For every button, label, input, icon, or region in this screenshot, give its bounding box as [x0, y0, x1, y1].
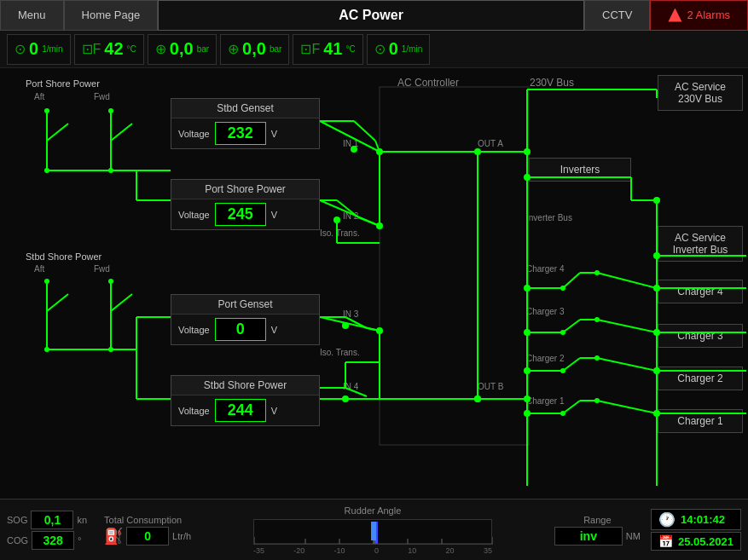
svg-line-32: [597, 320, 657, 332]
svg-point-31: [594, 317, 600, 322]
time-container: 🕐 14:01:42 📅 25.05.2021: [651, 509, 741, 551]
time-value: 14:01:42: [681, 513, 725, 526]
consumption-unit: Ltr/h: [172, 531, 191, 541]
svg-point-95: [108, 168, 113, 173]
menu-button[interactable]: Menu: [0, 0, 64, 31]
svg-line-59: [354, 121, 375, 141]
calendar-icon: 📅: [658, 534, 673, 548]
svg-point-80: [342, 395, 349, 402]
pressure-left: ⊕ 0,0 bar: [148, 34, 217, 65]
svg-point-30: [560, 330, 565, 335]
sog-cog-container: SOG 0,1 kn COG 328 °: [7, 511, 87, 550]
consumption-row: ⛽ 0 Ltr/h: [104, 527, 191, 546]
temp-left-icon: ⊡F: [82, 41, 101, 57]
stbd-shore-title: Stbd Shore Power: [171, 376, 319, 395]
svg-point-14: [653, 197, 660, 204]
pressure-right-unit: bar: [270, 44, 281, 54]
svg-point-90: [44, 108, 49, 113]
svg-point-71: [376, 327, 383, 334]
pressure-right-value: 0,0: [242, 39, 266, 59]
consumption-label: Total Consumption: [104, 515, 191, 525]
svg-point-45: [524, 410, 531, 417]
svg-point-40: [594, 355, 600, 361]
rudder-scale: [253, 519, 492, 545]
stbd-shore-voltage-label: Voltage: [178, 406, 210, 416]
range-label: Range: [583, 515, 611, 525]
svg-line-70: [320, 317, 380, 331]
svg-point-39: [560, 368, 565, 373]
out-a-label: OUT A: [478, 139, 503, 148]
status-bar: ⊙ 0 1/min ⊡F 42 °C ⊕ 0,0 bar ⊕ 0,0 bar ⊡…: [0, 31, 748, 68]
range-container: Range inv NM: [554, 515, 641, 546]
svg-point-36: [524, 367, 531, 374]
in2-label: IN 2: [343, 211, 358, 221]
charger2-box[interactable]: Charger 2: [658, 367, 743, 390]
in1-label: IN 1: [343, 139, 358, 148]
out-b-label: OUT B: [478, 382, 503, 391]
svg-line-37: [563, 358, 580, 371]
rpm-left-value: 0: [29, 39, 38, 59]
ac-service-inverter-box[interactable]: AC ServiceInverter Bus: [658, 226, 743, 262]
ac-service-230v-box[interactable]: AC Service230V Bus: [658, 75, 743, 111]
stbd-shore-fwd-label: Fwd: [94, 264, 110, 274]
charger2-label: Charger 2: [677, 372, 722, 384]
port-genset-voltage-unit: V: [271, 325, 277, 335]
charger2-inside-label: Charger 2: [526, 354, 564, 363]
range-unit: NM: [626, 531, 641, 541]
rpm-right-unit: 1/min: [402, 44, 422, 54]
svg-point-27: [524, 329, 531, 336]
pressure-right: ⊕ 0,0 bar: [220, 34, 289, 65]
sog-label: SOG: [7, 515, 27, 525]
cctv-button[interactable]: CCTV: [584, 0, 650, 31]
bottom-bar: SOG 0,1 kn COG 328 ° Total Consumption ⛽…: [0, 499, 748, 560]
svg-point-54: [376, 148, 383, 155]
port-shore-fwd-label: Fwd: [94, 92, 110, 101]
port-shore-power-top-label: Port Shore Power: [26, 78, 100, 89]
port-genset-voltage-value: 0: [215, 318, 266, 341]
stbd-genset-panel[interactable]: Stbd Genset Voltage 232 V: [171, 98, 320, 149]
port-shore-panel[interactable]: Port Shore Power Voltage 245 V: [171, 179, 320, 230]
time-display: 🕐 14:01:42: [651, 509, 741, 530]
homepage-button[interactable]: Home Page: [64, 0, 159, 31]
temp-right-unit: °C: [345, 44, 355, 54]
main-diagram: AC Controller 230V Bus Port Shore Power …: [0, 68, 748, 499]
ac-service-230v-label: AC Service230V Bus: [675, 81, 726, 105]
alarms-button[interactable]: 2 Alarms: [650, 0, 748, 31]
rpm-right: ⊙ 0 1/min: [367, 34, 431, 65]
stbd-genset-title: Stbd Genset: [171, 99, 319, 118]
svg-point-87: [474, 395, 481, 402]
svg-point-21: [560, 286, 565, 291]
charger3-box[interactable]: Charger 3: [658, 324, 743, 348]
stbd-shore-panel[interactable]: Stbd Shore Power Voltage 244 V: [171, 375, 320, 426]
svg-point-4: [524, 148, 531, 155]
fuel-icon: ⛽: [104, 527, 123, 546]
in3-label: IN 3: [343, 309, 358, 319]
charger3-inside-label: Charger 3: [526, 307, 564, 316]
cog-unit: °: [78, 535, 81, 546]
cog-value: 328: [32, 531, 74, 550]
svg-point-103: [44, 347, 49, 352]
sog-row: SOG 0,1 kn: [7, 511, 87, 529]
sog-value: 0,1: [31, 511, 73, 529]
inverters-box[interactable]: Inverters: [529, 158, 631, 182]
stbd-genset-voltage-label: Voltage: [178, 129, 210, 139]
svg-point-62: [376, 222, 383, 229]
svg-line-75: [367, 328, 380, 331]
charger1-label: Charger 1: [677, 415, 722, 427]
port-shore-voltage-value: 245: [215, 203, 266, 226]
port-genset-voltage-row: Voltage 0 V: [171, 315, 319, 344]
iso-trans-2-label: Iso. Trans.: [320, 348, 360, 357]
stbd-shore-power-label: Stbd Shore Power: [26, 251, 101, 262]
charger4-box[interactable]: Charger 4: [658, 280, 743, 303]
ac-controller-label: AC Controller: [392, 75, 464, 90]
charger1-box[interactable]: Charger 1: [658, 409, 743, 433]
svg-line-105: [111, 294, 132, 311]
cog-label: COG: [7, 535, 28, 546]
svg-rect-121: [371, 522, 376, 540]
svg-line-60: [375, 141, 380, 152]
stbd-genset-voltage-unit: V: [271, 129, 277, 139]
pressure-right-icon: ⊕: [228, 41, 239, 57]
port-genset-panel[interactable]: Port Genset Voltage 0 V: [171, 294, 320, 345]
rpm-right-value: 0: [389, 39, 398, 59]
clock-icon: 🕐: [658, 511, 676, 528]
